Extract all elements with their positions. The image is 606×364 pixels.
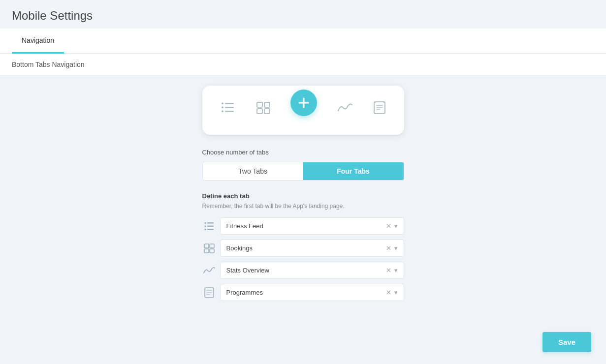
tab-row-2-clear[interactable]: ✕: [386, 244, 391, 252]
phone-tab-list: [220, 101, 236, 114]
svg-point-5: [222, 110, 223, 112]
svg-rect-0: [225, 103, 234, 104]
svg-rect-18: [207, 222, 214, 224]
tab-row-2-chevron[interactable]: ▾: [394, 244, 398, 252]
svg-rect-22: [207, 229, 214, 230]
svg-rect-12: [374, 102, 385, 114]
tab-count-toggle: Two Tabs Four Tabs: [202, 162, 404, 181]
tab-row-3-icon: [202, 266, 216, 275]
svg-rect-2: [225, 107, 234, 108]
save-area: Save: [542, 332, 591, 352]
page-header: Mobile Settings: [0, 0, 606, 23]
tab-row-4-chevron[interactable]: ▾: [394, 289, 398, 296]
svg-point-21: [204, 228, 206, 230]
tab-row-1-clear[interactable]: ✕: [386, 222, 391, 230]
tab-row-1-icon: [202, 221, 216, 231]
main-content: Choose number of tabs Two Tabs Four Tabs…: [0, 76, 606, 316]
save-button[interactable]: Save: [542, 332, 591, 352]
choose-tabs-label: Choose number of tabs: [202, 149, 404, 156]
phone-preview: [202, 86, 404, 135]
tab-row-2-icon: [202, 243, 216, 253]
tab-row-2-input[interactable]: Bookings ✕ ▾: [220, 240, 404, 257]
section-header-label: Bottom Tabs Navigation: [12, 61, 85, 68]
phone-tab-stats: [337, 102, 353, 114]
phone-bottom-bar: [210, 95, 396, 120]
define-tabs-label: Define each tab: [202, 192, 404, 200]
svg-rect-25: [204, 249, 209, 253]
tab-row-4-icon: [202, 287, 216, 298]
tab-row-1-chevron[interactable]: ▾: [394, 222, 398, 230]
svg-rect-23: [204, 244, 209, 248]
section-header: Bottom Tabs Navigation: [0, 54, 606, 76]
tab-row-3-chevron[interactable]: ▾: [394, 267, 398, 274]
tab-row-4-clear[interactable]: ✕: [386, 289, 391, 296]
four-tabs-button[interactable]: Four Tabs: [303, 162, 404, 180]
tab-row-1-input[interactable]: Fitness Feed ✕ ▾: [220, 217, 404, 235]
svg-rect-4: [225, 111, 234, 112]
svg-rect-24: [210, 244, 214, 248]
tab-row-1: Fitness Feed ✕ ▾: [202, 217, 404, 235]
tabs-nav: Navigation: [0, 29, 606, 54]
define-tabs-hint: Remember, the first tab will be the App'…: [202, 203, 404, 210]
phone-tab-grid: [256, 101, 271, 114]
svg-point-1: [222, 102, 223, 104]
phone-tab-add: [290, 90, 317, 116]
svg-point-3: [222, 106, 223, 108]
tab-row-2: Bookings ✕ ▾: [202, 240, 404, 257]
svg-point-19: [204, 225, 206, 227]
svg-rect-6: [257, 102, 262, 107]
svg-rect-20: [207, 225, 214, 227]
page-title: Mobile Settings: [12, 9, 594, 23]
svg-rect-7: [264, 102, 270, 107]
svg-rect-26: [210, 249, 214, 253]
tab-navigation[interactable]: Navigation: [12, 29, 64, 54]
tab-row-3: Stats Overview ✕ ▾: [202, 262, 404, 279]
svg-rect-8: [257, 109, 262, 114]
two-tabs-button[interactable]: Two Tabs: [203, 162, 303, 180]
tab-row-3-input[interactable]: Stats Overview ✕ ▾: [220, 262, 404, 279]
tab-row-3-clear[interactable]: ✕: [386, 267, 391, 274]
tab-row-4-input[interactable]: Programmes ✕ ▾: [220, 284, 404, 301]
controls-area: Choose number of tabs Two Tabs Four Tabs…: [202, 149, 404, 306]
svg-point-17: [204, 222, 206, 224]
svg-rect-9: [264, 109, 270, 114]
phone-tab-programs: [373, 101, 386, 115]
tab-row-4: Programmes ✕ ▾: [202, 284, 404, 301]
